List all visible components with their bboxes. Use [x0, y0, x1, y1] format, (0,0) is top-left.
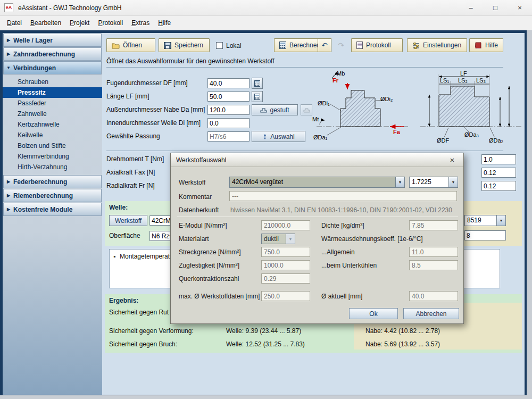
- sidebar-section-kostenfreie-module[interactable]: ▶ Kostenfreie Module: [3, 203, 102, 216]
- chevron-down-icon[interactable]: ▼: [286, 234, 295, 244]
- sidebar-item-bolzen-und-stifte[interactable]: Bolzen und Stifte: [3, 140, 102, 151]
- aussendurchmesser-input[interactable]: [207, 105, 250, 115]
- kommentar-field[interactable]: [229, 191, 457, 201]
- nabe-field[interactable]: [464, 230, 506, 240]
- sidebar-section-welle-lager[interactable]: ▶ Welle / Lager: [3, 34, 102, 47]
- field-label: Länge LF [mm]: [106, 93, 149, 100]
- close-button[interactable]: ×: [508, 0, 532, 15]
- sidebar-item-kerbzahnwelle[interactable]: Kerbzahnwelle: [3, 119, 102, 130]
- radialkraft-input[interactable]: [481, 181, 516, 191]
- calculate-label: Berechnen: [289, 41, 320, 49]
- dichte-field[interactable]: [409, 220, 458, 230]
- result-row-label: Sicherheit gegen Bruch:: [109, 340, 177, 348]
- sidebar-section-federberechnung[interactable]: ▶ Federberechnung: [3, 175, 102, 188]
- sidebar-item-keilwelle[interactable]: Keilwelle: [3, 130, 102, 140]
- welle-werkstoff-button[interactable]: Werkstoff: [109, 215, 147, 226]
- local-checkbox-label: Lokal: [226, 42, 242, 49]
- calc-helper-button[interactable]: [252, 78, 263, 89]
- allgemein-field[interactable]: [409, 247, 458, 257]
- max-werkstoffdaten-field[interactable]: [261, 291, 310, 301]
- sidebar-item-presssitz[interactable]: Presssitz: [3, 87, 102, 98]
- drawing-label: LS₃: [476, 77, 486, 84]
- open-button[interactable]: Öffnen: [106, 38, 155, 52]
- sidebar-section-zahnradberechnung[interactable]: ▶ Zahnradberechnung: [3, 47, 102, 61]
- save-button[interactable]: Speichern: [159, 38, 210, 52]
- welle-title: Welle:: [109, 204, 128, 211]
- drawing-label: ØDF: [437, 137, 449, 144]
- sidebar-item-hirth-verzahnung[interactable]: Hirth-Verzahnung: [3, 162, 102, 172]
- unterkuehlen-field[interactable]: [409, 260, 458, 270]
- document-icon: [356, 41, 363, 49]
- ok-button[interactable]: Ok: [349, 308, 398, 319]
- sidebar-item-klemmverbindung[interactable]: Klemmverbindung: [3, 151, 102, 162]
- materialart-label: Materialart: [179, 235, 209, 243]
- disk-icon: [164, 42, 171, 49]
- save-label: Speichern: [174, 41, 203, 49]
- emodul-label: E-Modul [N/mm²]: [179, 222, 227, 229]
- minimize-button[interactable]: –: [459, 0, 483, 15]
- sidebar-section-label: Zahnradberechnung: [13, 51, 75, 58]
- maximize-button[interactable]: □: [483, 0, 508, 15]
- drawing-label: ØDa₃: [464, 131, 479, 138]
- chevron-down-icon[interactable]: ▼: [395, 177, 404, 187]
- sidebar-section-label: Verbindungen: [13, 64, 56, 72]
- title-bar: eA eAssistant - GWJ Technology GmbH – □ …: [0, 0, 532, 16]
- passung-auswahl-button[interactable]: Auswahl: [252, 131, 305, 142]
- sidebar-item-zahnwelle[interactable]: Zahnwelle: [3, 109, 102, 119]
- menu-datei[interactable]: Datei: [3, 16, 26, 29]
- shaft-editor-button[interactable]: [301, 104, 312, 115]
- drawing-label: ØDi₂: [380, 96, 393, 102]
- sidebar-item-schrauben[interactable]: Schrauben: [3, 77, 102, 87]
- chevron-down-icon[interactable]: ▼: [448, 177, 458, 187]
- nabe-material-number-combo[interactable]: 8519 ▼: [464, 215, 506, 226]
- protocol-button[interactable]: Protokoll: [351, 38, 403, 52]
- ergebnis-title: Ergebnis:: [109, 297, 138, 304]
- emodul-field[interactable]: [261, 220, 310, 230]
- field-label: Drehmoment T [Nm]: [106, 155, 164, 163]
- dialog-title: Werkstoffauswahl: [176, 156, 226, 164]
- streckgrenze-field[interactable]: [261, 247, 310, 257]
- cancel-button[interactable]: Abbrechen: [403, 308, 459, 319]
- innendurchmesser-input[interactable]: [207, 118, 250, 128]
- result-nabe-value: Nabe: 5.69 (13.92 ... 3.57): [365, 340, 440, 348]
- drawing-label: Mt: [312, 116, 319, 122]
- querkontraktion-field[interactable]: [261, 273, 310, 284]
- werkstoff-combo[interactable]: 42CrMo4 vergütet ▼: [229, 177, 405, 188]
- menu-hilfe[interactable]: Hilfe: [154, 16, 175, 29]
- menu-extras[interactable]: Extras: [127, 16, 154, 29]
- passung-field[interactable]: [207, 131, 250, 142]
- open-label: Öffnen: [123, 41, 142, 49]
- laenge-input[interactable]: [207, 92, 250, 102]
- aktuell-field[interactable]: [409, 291, 458, 301]
- chevron-down-icon[interactable]: ▼: [496, 215, 505, 226]
- werkstoff-value: 42CrMo4 vergütet: [230, 177, 395, 187]
- werkstoff-number-value: 1.7225: [410, 177, 448, 187]
- menu-projekt[interactable]: Projekt: [65, 16, 94, 29]
- zugfestigkeit-field[interactable]: [261, 260, 310, 270]
- local-checkbox[interactable]: [216, 42, 223, 49]
- chevron-down-icon: ▼: [4, 65, 13, 70]
- sidebar-section-label: Kostenfreie Module: [13, 206, 72, 213]
- werkstoff-number-combo[interactable]: 1.7225 ▼: [409, 177, 458, 188]
- field-label: Axialkraft Fax [N]: [106, 169, 155, 176]
- fugendurchmesser-input[interactable]: [207, 78, 250, 88]
- undo-button[interactable]: ↶: [318, 38, 331, 52]
- menu-bearbeiten[interactable]: Bearbeiten: [26, 16, 65, 29]
- dialog-close-button[interactable]: ×: [446, 155, 458, 165]
- materialart-combo[interactable]: duktil ▼: [261, 234, 295, 244]
- sidebar-item-passfeder[interactable]: Passfeder: [3, 98, 102, 109]
- drehmoment-input[interactable]: [481, 154, 516, 164]
- sidebar-section-riemenberechnung[interactable]: ▶ Riemenberechnung: [3, 189, 102, 202]
- gestuft-button[interactable]: gestuft: [252, 104, 298, 115]
- help-button[interactable]: Hilfe: [469, 38, 503, 52]
- help-label: Hilfe: [485, 41, 498, 49]
- calc-helper-button[interactable]: [252, 91, 263, 102]
- sidebar-section-verbindungen[interactable]: ▼ Verbindungen: [3, 61, 102, 74]
- gestuft-label: gestuft: [270, 106, 289, 114]
- redo-button[interactable]: ↷: [334, 38, 348, 52]
- menu-protokoll[interactable]: Protokoll: [94, 16, 127, 29]
- axialkraft-input[interactable]: [481, 168, 516, 178]
- settings-button[interactable]: Einstellungen: [407, 38, 467, 52]
- field-label: Innendurchmesser Welle Di [mm]: [106, 119, 201, 127]
- field-label: Fugendurchmesser DF [mm]: [106, 79, 188, 87]
